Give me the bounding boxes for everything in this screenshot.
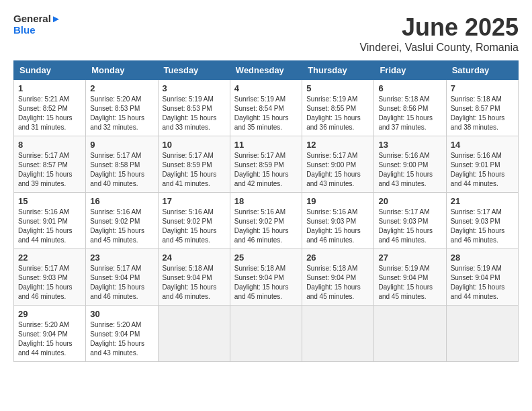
sunrise-text: Sunrise: 5:19 AM [306,95,369,104]
header-sunday: Sunday [14,61,86,80]
daylight-text: Daylight: 15 hours and 42 minutes. [234,170,298,189]
daylight-text: Daylight: 15 hours and 43 minutes. [306,170,369,189]
sunset-text: Sunset: 9:02 PM [234,217,298,226]
day-info: Sunrise: 5:20 AM Sunset: 8:53 PM Dayligh… [90,95,153,132]
sunset-text: Sunset: 9:04 PM [306,273,369,283]
sunset-text: Sunset: 9:02 PM [90,217,153,226]
day-number: 29 [18,309,81,319]
sunset-text: Sunset: 9:04 PM [90,330,153,339]
calendar-week-row: 15 Sunrise: 5:16 AM Sunset: 9:01 PM Dayl… [14,193,519,249]
sunset-text: Sunset: 9:00 PM [378,161,441,170]
day-number: 13 [378,140,441,150]
day-info: Sunrise: 5:20 AM Sunset: 9:04 PM Dayligh… [90,320,153,358]
day-info: Sunrise: 5:19 AM Sunset: 8:55 PM Dayligh… [306,95,369,132]
calendar-day-9: 9 Sunrise: 5:17 AM Sunset: 8:58 PM Dayli… [86,136,158,193]
sunset-text: Sunset: 8:56 PM [378,104,441,113]
day-info: Sunrise: 5:17 AM Sunset: 8:59 PM Dayligh… [163,151,226,189]
day-info: Sunrise: 5:19 AM Sunset: 9:04 PM Dayligh… [378,264,441,302]
day-number: 11 [234,140,298,150]
calendar-day-17: 17 Sunrise: 5:16 AM Sunset: 9:02 PM Dayl… [158,193,230,249]
header-saturday: Saturday [446,61,518,80]
sunset-text: Sunset: 8:53 PM [163,104,226,113]
sunset-text: Sunset: 8:52 PM [18,104,81,113]
calendar-week-row: 29 Sunrise: 5:20 AM Sunset: 9:04 PM Dayl… [14,306,519,362]
daylight-text: Daylight: 15 hours and 46 minutes. [451,226,514,245]
sunrise-text: Sunrise: 5:17 AM [234,151,298,161]
header: General► Blue June 2025 Vinderei, Vaslui… [13,13,519,54]
day-info: Sunrise: 5:17 AM Sunset: 8:57 PM Dayligh… [18,151,81,189]
calendar-day-24: 24 Sunrise: 5:18 AM Sunset: 9:04 PM Dayl… [158,249,230,306]
daylight-text: Daylight: 15 hours and 44 minutes. [18,226,81,245]
day-info: Sunrise: 5:20 AM Sunset: 9:04 PM Dayligh… [18,320,81,358]
calendar-day-1: 1 Sunrise: 5:21 AM Sunset: 8:52 PM Dayli… [14,80,86,136]
calendar-day-18: 18 Sunrise: 5:16 AM Sunset: 9:02 PM Dayl… [230,193,302,249]
day-number: 12 [306,140,369,150]
sunrise-text: Sunrise: 5:17 AM [18,151,81,161]
day-number: 21 [451,196,514,206]
day-info: Sunrise: 5:18 AM Sunset: 9:04 PM Dayligh… [306,264,369,302]
day-info: Sunrise: 5:18 AM Sunset: 8:57 PM Dayligh… [451,95,514,132]
sunrise-text: Sunrise: 5:17 AM [90,151,153,161]
sunrise-text: Sunrise: 5:17 AM [90,264,153,273]
daylight-text: Daylight: 15 hours and 45 minutes. [234,283,298,302]
sunrise-text: Sunrise: 5:18 AM [378,95,441,104]
calendar-header-row: Sunday Monday Tuesday Wednesday Thursday… [14,61,519,80]
sunset-text: Sunset: 9:01 PM [451,161,514,170]
day-number: 6 [378,83,441,93]
calendar-day-5: 5 Sunrise: 5:19 AM Sunset: 8:55 PM Dayli… [302,80,374,136]
calendar-day-13: 13 Sunrise: 5:16 AM Sunset: 9:00 PM Dayl… [374,136,446,193]
daylight-text: Daylight: 15 hours and 37 minutes. [378,113,441,132]
sunrise-text: Sunrise: 5:18 AM [163,264,226,273]
day-info: Sunrise: 5:17 AM Sunset: 9:04 PM Dayligh… [90,264,153,302]
sunset-text: Sunset: 9:02 PM [163,217,226,226]
sunset-text: Sunset: 8:57 PM [451,104,514,113]
calendar-empty-cell [302,306,374,362]
calendar-empty-cell [230,306,302,362]
header-thursday: Thursday [302,61,374,80]
sunrise-text: Sunrise: 5:17 AM [306,151,369,161]
day-number: 5 [306,83,369,93]
calendar-empty-cell [374,306,446,362]
day-number: 26 [306,253,369,263]
day-info: Sunrise: 5:16 AM Sunset: 9:02 PM Dayligh… [163,208,226,245]
daylight-text: Daylight: 15 hours and 46 minutes. [306,226,369,245]
daylight-text: Daylight: 15 hours and 46 minutes. [90,283,153,302]
day-info: Sunrise: 5:16 AM Sunset: 9:03 PM Dayligh… [306,208,369,245]
daylight-text: Daylight: 15 hours and 39 minutes. [18,170,81,189]
sunrise-text: Sunrise: 5:16 AM [306,208,369,217]
calendar-day-21: 21 Sunrise: 5:17 AM Sunset: 9:03 PM Dayl… [446,193,518,249]
calendar-day-27: 27 Sunrise: 5:19 AM Sunset: 9:04 PM Dayl… [374,249,446,306]
day-info: Sunrise: 5:17 AM Sunset: 9:03 PM Dayligh… [451,208,514,245]
sunrise-text: Sunrise: 5:16 AM [234,208,298,217]
day-info: Sunrise: 5:16 AM Sunset: 9:01 PM Dayligh… [451,151,514,189]
daylight-text: Daylight: 15 hours and 46 minutes. [378,226,441,245]
day-info: Sunrise: 5:17 AM Sunset: 8:58 PM Dayligh… [90,151,153,189]
sunset-text: Sunset: 9:01 PM [18,217,81,226]
daylight-text: Daylight: 15 hours and 36 minutes. [306,113,369,132]
calendar-day-16: 16 Sunrise: 5:16 AM Sunset: 9:02 PM Dayl… [86,193,158,249]
daylight-text: Daylight: 15 hours and 41 minutes. [163,170,226,189]
day-number: 20 [378,196,441,206]
calendar-day-25: 25 Sunrise: 5:18 AM Sunset: 9:04 PM Dayl… [230,249,302,306]
day-info: Sunrise: 5:16 AM Sunset: 9:02 PM Dayligh… [90,208,153,245]
sunrise-text: Sunrise: 5:17 AM [18,264,81,273]
calendar-day-3: 3 Sunrise: 5:19 AM Sunset: 8:53 PM Dayli… [158,80,230,136]
sunset-text: Sunset: 8:54 PM [234,104,298,113]
sunset-text: Sunset: 8:53 PM [90,104,153,113]
sunset-text: Sunset: 8:55 PM [306,104,369,113]
sunset-text: Sunset: 9:00 PM [306,161,369,170]
daylight-text: Daylight: 15 hours and 31 minutes. [18,113,81,132]
calendar-day-2: 2 Sunrise: 5:20 AM Sunset: 8:53 PM Dayli… [86,80,158,136]
sunrise-text: Sunrise: 5:18 AM [306,264,369,273]
day-number: 2 [90,83,153,93]
sunset-text: Sunset: 9:04 PM [234,273,298,283]
day-number: 25 [234,253,298,263]
sunrise-text: Sunrise: 5:20 AM [90,320,153,330]
sunset-text: Sunset: 8:57 PM [18,161,81,170]
day-number: 22 [18,253,81,263]
calendar-day-28: 28 Sunrise: 5:19 AM Sunset: 9:04 PM Dayl… [446,249,518,306]
calendar-week-row: 22 Sunrise: 5:17 AM Sunset: 9:03 PM Dayl… [14,249,519,306]
daylight-text: Daylight: 15 hours and 43 minutes. [378,170,441,189]
calendar-day-19: 19 Sunrise: 5:16 AM Sunset: 9:03 PM Dayl… [302,193,374,249]
month-title: June 2025 [359,13,519,42]
